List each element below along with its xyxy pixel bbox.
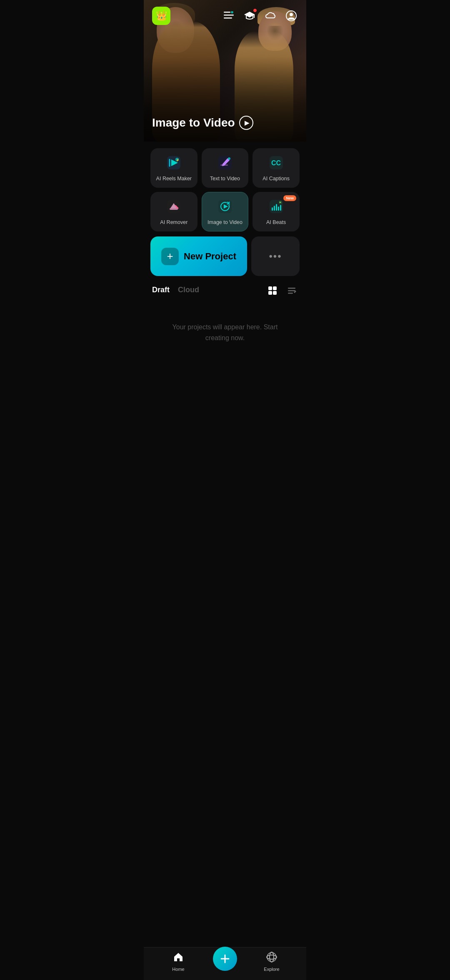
menu-icon[interactable] bbox=[222, 9, 235, 22]
more-dots-icon: ••• bbox=[269, 251, 282, 262]
hero-play-button[interactable]: ▶ bbox=[239, 116, 253, 130]
hero-title-area[interactable]: Image to Video ▶ bbox=[152, 116, 298, 130]
ai-beats-icon bbox=[270, 200, 283, 215]
top-nav: 👑 bbox=[144, 0, 306, 32]
main-content: ⚡ AI Reels Maker Text to Video bbox=[144, 142, 306, 397]
hero-section: 👑 bbox=[144, 0, 306, 142]
tool-grid: ⚡ AI Reels Maker Text to Video bbox=[150, 148, 300, 231]
ai-reels-maker-label: AI Reels Maker bbox=[156, 176, 192, 182]
ai-beats-label: AI Beats bbox=[266, 219, 286, 225]
svg-rect-34 bbox=[288, 288, 295, 289]
tool-card-ai-beats[interactable]: New AI Beats bbox=[252, 192, 300, 231]
more-options-button[interactable]: ••• bbox=[251, 236, 300, 276]
tool-card-ai-reels-maker[interactable]: ⚡ AI Reels Maker bbox=[150, 148, 198, 188]
ai-remover-icon bbox=[167, 200, 180, 215]
ai-remover-label: AI Remover bbox=[160, 219, 188, 225]
svg-rect-25 bbox=[274, 206, 275, 211]
svg-rect-24 bbox=[272, 207, 273, 211]
tool-card-text-to-video[interactable]: Text to Video bbox=[202, 148, 249, 188]
svg-rect-26 bbox=[276, 204, 277, 211]
ai-reels-maker-icon: ⚡ bbox=[167, 156, 180, 172]
edit-view-button[interactable] bbox=[285, 284, 298, 297]
empty-state-text: Your projects will appear here. Start cr… bbox=[172, 323, 278, 341]
tabs-right bbox=[266, 284, 298, 297]
grid-view-button[interactable] bbox=[266, 284, 279, 297]
tab-draft[interactable]: Draft bbox=[152, 286, 170, 296]
text-to-video-label: Text to Video bbox=[210, 176, 240, 182]
new-project-plus-icon: + bbox=[161, 248, 179, 265]
tabs-row: Draft Cloud bbox=[150, 284, 300, 297]
text-to-video-icon bbox=[218, 156, 232, 172]
svg-rect-35 bbox=[288, 290, 295, 291]
tool-card-ai-remover[interactable]: AI Remover bbox=[150, 192, 198, 231]
svg-point-7 bbox=[290, 13, 293, 16]
tool-card-image-to-video[interactable]: Image to Video bbox=[202, 192, 249, 231]
svg-rect-31 bbox=[273, 286, 277, 290]
svg-rect-27 bbox=[278, 206, 279, 211]
svg-rect-32 bbox=[268, 291, 272, 295]
bottom-tools-row: + New Project ••• bbox=[150, 236, 300, 276]
app-logo[interactable]: 👑 bbox=[152, 7, 170, 25]
ai-captions-label: AI Captions bbox=[262, 176, 290, 182]
svg-text:⚡: ⚡ bbox=[176, 158, 180, 162]
svg-marker-4 bbox=[244, 12, 255, 17]
svg-rect-18 bbox=[170, 208, 178, 210]
cloud-sync-icon[interactable] bbox=[264, 9, 277, 22]
svg-point-14 bbox=[228, 157, 230, 160]
notification-badge bbox=[253, 8, 257, 12]
svg-rect-33 bbox=[273, 291, 277, 295]
tabs-left: Draft Cloud bbox=[152, 286, 199, 296]
empty-state: Your projects will appear here. Start cr… bbox=[150, 305, 300, 360]
image-to-video-label: Image to Video bbox=[208, 219, 242, 225]
education-icon[interactable] bbox=[243, 9, 256, 22]
svg-rect-2 bbox=[224, 17, 232, 19]
image-to-video-icon bbox=[218, 200, 232, 215]
svg-rect-36 bbox=[288, 293, 293, 294]
new-project-label: New Project bbox=[184, 251, 236, 262]
svg-point-3 bbox=[231, 11, 233, 13]
profile-icon[interactable] bbox=[285, 9, 298, 22]
svg-text:CC: CC bbox=[271, 159, 281, 167]
new-project-button[interactable]: + New Project bbox=[150, 236, 247, 276]
svg-rect-0 bbox=[224, 12, 230, 13]
svg-rect-1 bbox=[224, 15, 234, 16]
svg-rect-30 bbox=[268, 286, 272, 290]
svg-rect-28 bbox=[280, 205, 281, 211]
ai-captions-icon: CC bbox=[270, 156, 283, 172]
hero-title-text: Image to Video bbox=[152, 116, 235, 129]
tab-cloud[interactable]: Cloud bbox=[178, 286, 199, 296]
tool-card-ai-captions[interactable]: CC AI Captions bbox=[252, 148, 300, 188]
new-badge: New bbox=[283, 195, 296, 201]
nav-right bbox=[222, 9, 298, 22]
hero-title[interactable]: Image to Video ▶ bbox=[152, 116, 298, 130]
